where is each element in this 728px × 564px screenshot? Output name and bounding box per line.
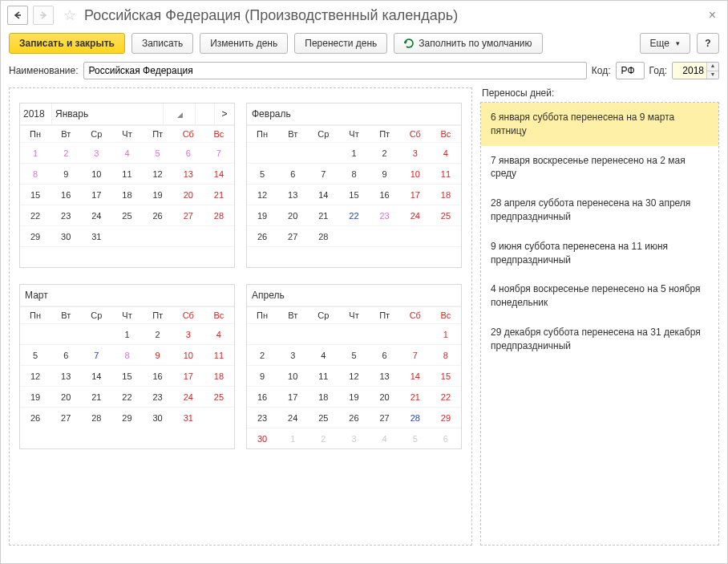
calendar-day[interactable]: 20 — [277, 205, 308, 225]
move-item[interactable]: 29 декабря суббота перенесена на 31 дека… — [481, 318, 718, 361]
calendar-day[interactable]: 26 — [143, 205, 173, 225]
calendar-day[interactable]: 21 — [204, 184, 234, 205]
calendar-day[interactable]: 16 — [370, 184, 400, 205]
calendar-day[interactable]: 20 — [370, 386, 400, 407]
calendar-day[interactable]: 8 — [431, 344, 461, 365]
calendar-day[interactable]: 25 — [308, 407, 338, 428]
calendar-day[interactable]: 6 — [370, 344, 400, 365]
move-item[interactable]: 9 июня суббота перенесена на 11 июня пре… — [481, 232, 718, 275]
calendar-day[interactable]: 10 — [173, 344, 204, 365]
calendar-day[interactable]: 6 — [277, 163, 308, 184]
calendar-day[interactable]: 22 — [338, 205, 369, 225]
calendar-day[interactable]: 23 — [143, 386, 173, 407]
calendar-day[interactable]: 9 — [370, 163, 400, 184]
nav-back-button[interactable] — [7, 6, 28, 25]
calendar-day[interactable]: 2 — [247, 344, 277, 365]
calendar-day[interactable]: 10 — [81, 163, 111, 184]
calendar-day[interactable]: 24 — [81, 205, 111, 225]
calendar-day[interactable]: 24 — [277, 407, 308, 428]
calendar-day[interactable]: 24 — [400, 205, 431, 225]
moves-list[interactable]: 6 января суббота перенесена на 9 марта п… — [480, 102, 719, 546]
calendar-day[interactable]: 5 — [143, 142, 173, 163]
calendar-day[interactable]: 7 — [204, 142, 234, 163]
calendar-day[interactable]: 17 — [277, 386, 308, 407]
calendar-day[interactable]: 13 — [370, 365, 400, 386]
calendar-day[interactable]: 25 — [111, 205, 142, 225]
calendar-day[interactable]: 27 — [51, 407, 81, 428]
calendar-day[interactable]: 2 — [370, 142, 400, 163]
calendar-day[interactable]: 29 — [431, 407, 461, 428]
calendar-day[interactable]: 13 — [51, 365, 81, 386]
move-item[interactable]: 4 ноября воскресенье перенесено на 5 ноя… — [481, 274, 718, 318]
calendar-day[interactable]: 27 — [173, 205, 204, 225]
calendar-day[interactable]: 11 — [308, 365, 338, 386]
calendar-day[interactable]: 22 — [431, 386, 461, 407]
calendar-day[interactable]: 31 — [81, 225, 111, 246]
calendar-next-button[interactable]: > — [215, 103, 234, 124]
calendar-day[interactable]: 26 — [20, 407, 51, 428]
calendar-day[interactable]: 25 — [204, 386, 234, 407]
calendar-day[interactable]: 5 — [338, 344, 369, 365]
calendar-day[interactable]: 16 — [247, 386, 277, 407]
calendar-day[interactable]: 13 — [173, 163, 204, 184]
calendar-day[interactable]: 30 — [247, 428, 277, 448]
calendar-day[interactable]: 8 — [20, 163, 51, 184]
calendar-day[interactable]: 23 — [51, 205, 81, 225]
calendar-day[interactable]: 27 — [370, 407, 400, 428]
calendar-day[interactable]: 29 — [20, 225, 51, 246]
calendar-day[interactable]: 4 — [308, 344, 338, 365]
calendar-day[interactable]: 31 — [173, 407, 204, 428]
calendar-day[interactable]: 10 — [277, 365, 308, 386]
move-item[interactable]: 28 апреля суббота перенесена на 30 апрел… — [481, 189, 718, 232]
calendar-day[interactable]: 14 — [308, 184, 338, 205]
calendar-day[interactable]: 3 — [173, 323, 204, 344]
calendar-day[interactable]: 14 — [400, 365, 431, 386]
calendar-day[interactable]: 24 — [173, 386, 204, 407]
calendar-day[interactable]: 2 — [143, 323, 173, 344]
year-spin-up[interactable]: ▲ — [707, 63, 718, 71]
calendar-day[interactable]: 28 — [308, 225, 338, 246]
calendar-day[interactable]: 3 — [81, 142, 111, 163]
calendar-day[interactable]: 1 — [338, 142, 369, 163]
calendar-day[interactable]: 3 — [338, 428, 369, 448]
calendar-day[interactable]: 21 — [81, 386, 111, 407]
calendar-day[interactable]: 28 — [204, 205, 234, 225]
calendar-day[interactable]: 1 — [20, 142, 51, 163]
calendar-day[interactable]: 30 — [51, 225, 81, 246]
calendar-day[interactable]: 28 — [81, 407, 111, 428]
save-button[interactable]: Записать — [131, 33, 193, 54]
name-input[interactable] — [83, 62, 587, 79]
calendar-day[interactable]: 3 — [277, 344, 308, 365]
year-spin-down[interactable]: ▼ — [707, 71, 718, 79]
calendar-day[interactable]: 2 — [308, 428, 338, 448]
close-button[interactable]: × — [704, 6, 721, 24]
calendar-day[interactable]: 3 — [400, 142, 431, 163]
nav-forward-button[interactable] — [33, 6, 54, 25]
calendar-day[interactable]: 11 — [431, 163, 461, 184]
calendar-day[interactable]: 9 — [247, 365, 277, 386]
calendar-day[interactable]: 17 — [173, 365, 204, 386]
calendar-day[interactable]: 1 — [431, 323, 461, 344]
move-day-button[interactable]: Перенести день — [294, 33, 387, 54]
help-button[interactable]: ? — [697, 33, 719, 54]
calendar-day[interactable]: 19 — [247, 205, 277, 225]
calendar-day[interactable]: 14 — [81, 365, 111, 386]
favorite-star-icon[interactable]: ☆ — [63, 6, 76, 24]
calendar-day[interactable]: 19 — [20, 386, 51, 407]
calendar-day[interactable]: 10 — [400, 163, 431, 184]
calendar-day[interactable]: 8 — [111, 344, 142, 365]
calendar-day[interactable]: 12 — [143, 163, 173, 184]
calendar-day[interactable]: 18 — [204, 365, 234, 386]
calendar-day[interactable]: 23 — [247, 407, 277, 428]
calendar-day[interactable]: 12 — [20, 365, 51, 386]
calendar-day[interactable]: 26 — [247, 225, 277, 246]
move-item[interactable]: 7 января воскресенье перенесено на 2 мая… — [481, 146, 718, 189]
calendar-day[interactable]: 11 — [204, 344, 234, 365]
calendar-day[interactable]: 16 — [143, 365, 173, 386]
calendar-day[interactable]: 2 — [51, 142, 81, 163]
calendar-day[interactable]: 8 — [338, 163, 369, 184]
calendar-day[interactable]: 20 — [173, 184, 204, 205]
calendar-day[interactable]: 23 — [370, 205, 400, 225]
save-and-close-button[interactable]: Записать и закрыть — [9, 33, 125, 54]
calendar-day[interactable]: 4 — [431, 142, 461, 163]
